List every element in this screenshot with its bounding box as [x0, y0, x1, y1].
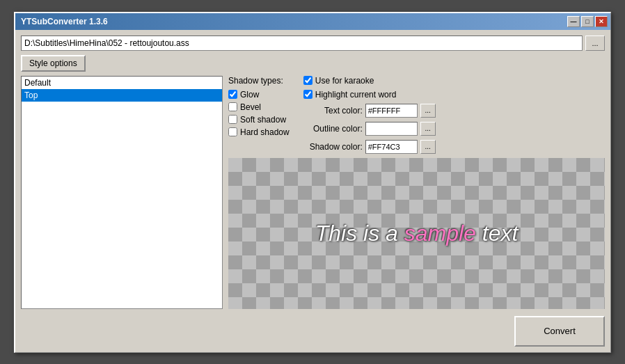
window-title: YTSubConverter 1.3.6 — [21, 17, 108, 26]
preview-area: This is a sample text — [228, 158, 605, 309]
close-button[interactable]: ✕ — [595, 16, 608, 27]
highlight-current-word-checkbox[interactable] — [303, 90, 312, 99]
glow-checkbox-row[interactable]: Glow — [228, 90, 290, 100]
styles-list[interactable]: Default Top — [22, 77, 222, 308]
shadow-color-input[interactable] — [365, 140, 418, 154]
right-panel: Shadow types: Glow Bevel Soft shadow — [228, 76, 605, 309]
list-item[interactable]: Top — [22, 89, 222, 102]
highlight-current-word-row[interactable]: Highlight current word — [303, 90, 436, 100]
shadow-types: Shadow types: Glow Bevel Soft shadow — [228, 76, 290, 154]
preview-text-before: This is a — [315, 221, 404, 246]
glow-label: Glow — [240, 90, 259, 100]
options-area: Shadow types: Glow Bevel Soft shadow — [228, 76, 605, 154]
shadow-color-row: Shadow color: ... — [303, 140, 436, 154]
path-row: ... — [21, 35, 605, 51]
title-bar-buttons: — □ ✕ — [567, 16, 608, 27]
shadow-types-label: Shadow types: — [228, 76, 290, 86]
bevel-checkbox[interactable] — [228, 102, 237, 111]
text-color-browse-button[interactable]: ... — [420, 104, 436, 118]
convert-button[interactable]: Convert — [514, 316, 605, 347]
shadow-color-label: Shadow color: — [303, 142, 363, 152]
text-color-label: Text color: — [303, 106, 363, 116]
hard-shadow-label: Hard shadow — [240, 127, 290, 137]
use-for-karaoke-label: Use for karaoke — [315, 76, 374, 86]
hard-shadow-checkbox[interactable] — [228, 127, 237, 136]
styles-list-container: Default Top — [21, 76, 223, 309]
outline-color-row: Outline color: ... — [303, 122, 436, 136]
main-content: Default Top Shadow types: Glow — [21, 76, 605, 309]
use-for-karaoke-checkbox[interactable] — [303, 76, 312, 85]
path-input[interactable] — [21, 35, 583, 51]
title-bar: YTSubConverter 1.3.6 — □ ✕ — [15, 13, 610, 30]
maximize-button[interactable]: □ — [581, 16, 594, 27]
style-options-button[interactable]: Style options — [21, 55, 86, 72]
preview-text-highlight: sample — [404, 221, 476, 246]
window-body: ... Style options Default Top Shadow typ… — [15, 30, 610, 352]
bottom-bar: Convert — [21, 313, 605, 347]
list-item[interactable]: Default — [22, 77, 222, 89]
use-for-karaoke-row[interactable]: Use for karaoke — [303, 76, 436, 86]
preview-text-after: text — [476, 221, 518, 246]
preview-text: This is a sample text — [315, 221, 519, 246]
soft-shadow-checkbox-row[interactable]: Soft shadow — [228, 115, 290, 125]
text-color-input[interactable] — [365, 104, 418, 118]
bevel-label: Bevel — [240, 102, 261, 112]
karaoke-area: Use for karaoke Highlight current word T… — [303, 76, 436, 154]
highlight-current-word-label: Highlight current word — [315, 90, 397, 100]
outline-color-input[interactable] — [365, 122, 418, 136]
shadow-color-browse-button[interactable]: ... — [420, 140, 436, 154]
minimize-button[interactable]: — — [567, 16, 580, 27]
text-color-row: Text color: ... — [303, 104, 436, 118]
outline-color-label: Outline color: — [303, 124, 363, 134]
main-window: YTSubConverter 1.3.6 — □ ✕ ... Style opt… — [14, 12, 611, 353]
glow-checkbox[interactable] — [228, 90, 237, 99]
soft-shadow-checkbox[interactable] — [228, 115, 237, 124]
bevel-checkbox-row[interactable]: Bevel — [228, 102, 290, 112]
soft-shadow-label: Soft shadow — [240, 115, 286, 125]
hard-shadow-checkbox-row[interactable]: Hard shadow — [228, 127, 290, 137]
outline-color-browse-button[interactable]: ... — [420, 122, 436, 136]
browse-button[interactable]: ... — [585, 35, 605, 51]
